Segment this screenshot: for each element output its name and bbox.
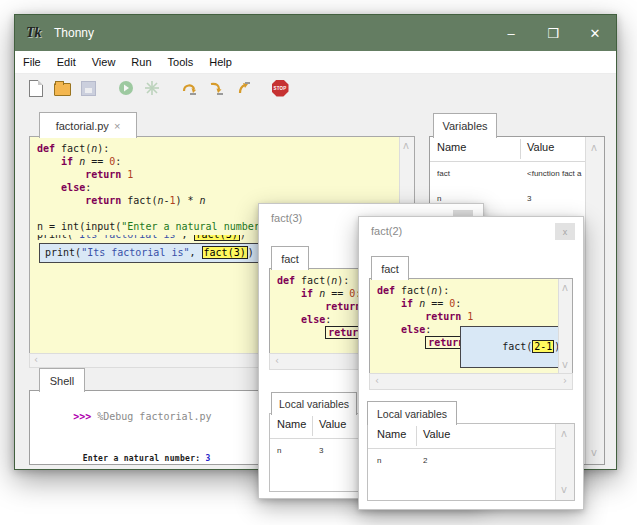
maximize-button[interactable]: ❒ <box>532 15 574 51</box>
step-out-button[interactable] <box>231 77 253 99</box>
frame2-title: fact(2) <box>371 225 402 237</box>
frame2-locals-scrollbar[interactable]: ᴧ ᴠ <box>555 424 574 500</box>
var-value: 3 <box>527 194 587 203</box>
shell-tab-label: Shell <box>50 375 74 387</box>
scroll-up-icon[interactable]: ᴧ <box>591 143 597 153</box>
close-button[interactable]: ✕ <box>574 15 616 51</box>
variables-table-header: Name Value <box>430 137 604 162</box>
var-name: fact <box>437 169 515 178</box>
open-folder-icon <box>54 83 71 96</box>
program-output: Enter a natural number: <box>83 454 206 463</box>
column-value[interactable]: Value <box>423 428 450 440</box>
menu-view[interactable]: View <box>84 51 124 73</box>
scroll-up-icon[interactable]: ᴧ <box>562 283 568 293</box>
scroll-up-icon[interactable]: ᴧ <box>561 429 567 439</box>
menu-bar: File Edit View Run Tools Help <box>15 51 616 74</box>
frame2-close-button[interactable]: x <box>555 223 575 240</box>
scroll-left-icon[interactable]: ‹ <box>34 355 38 365</box>
scroll-right-icon[interactable]: › <box>563 376 567 386</box>
menu-tools[interactable]: Tools <box>160 51 202 73</box>
open-file-button[interactable] <box>51 77 73 99</box>
title-bar: Tk Thonny – ❒ ✕ <box>15 15 616 51</box>
column-name[interactable]: Name <box>377 428 406 440</box>
scroll-down-icon[interactable]: ᴠ <box>561 485 567 495</box>
frame2-active-expression-box: fact(2-1) * n <box>460 326 573 368</box>
save-file-button[interactable] <box>77 77 99 99</box>
variables-tab-label: Variables <box>442 120 487 132</box>
var-name: n <box>437 194 515 203</box>
save-icon <box>81 81 96 96</box>
frame2-locals-header: Name Value <box>368 424 574 449</box>
scroll-left-icon[interactable]: ‹ <box>375 376 379 386</box>
frame3-tab-fact[interactable]: fact <box>271 246 309 270</box>
menu-run[interactable]: Run <box>123 51 159 73</box>
shell-prompt: >>> <box>73 411 97 422</box>
frame2-code-scrollbar[interactable]: ᴧ ᴠ <box>558 279 572 374</box>
frame2-horizontal-scrollbar[interactable]: ‹ › <box>369 373 573 390</box>
thonny-app-icon: Tk <box>26 24 46 42</box>
var-name: n <box>377 456 411 465</box>
stop-button[interactable]: STOP <box>269 77 291 99</box>
frame3-title: fact(3) <box>271 212 302 224</box>
debug-script-button[interactable] <box>141 77 163 99</box>
active-statement-box: print("Its factorial is", fact(3)) <box>39 243 260 263</box>
scroll-down-icon[interactable]: ᴠ <box>591 448 597 458</box>
user-input: 3 <box>206 454 211 463</box>
frame3-locals-label: Local variables <box>279 398 349 410</box>
step-over-button[interactable] <box>179 77 201 99</box>
new-file-button[interactable] <box>25 77 47 99</box>
frame2-locals-label: Local variables <box>377 408 447 420</box>
var-value: 2 <box>423 456 483 465</box>
run-script-button[interactable] <box>115 77 137 99</box>
frame-window-fact2: fact(2) x fact def fact(n): if n == 0: r… <box>358 216 584 510</box>
debug-icon <box>144 80 160 96</box>
menu-edit[interactable]: Edit <box>49 51 84 73</box>
run-icon <box>118 80 134 96</box>
step-into-icon <box>207 80 225 96</box>
scroll-left-icon[interactable]: ‹ <box>275 356 279 366</box>
new-file-icon <box>29 80 43 97</box>
tab-variables[interactable]: Variables <box>433 113 497 138</box>
column-value[interactable]: Value <box>527 141 554 153</box>
menu-help[interactable]: Help <box>201 51 240 73</box>
window-title: Thonny <box>54 26 94 40</box>
minimize-button[interactable]: – <box>490 15 532 51</box>
frame2-code-view[interactable]: def fact(n): if n == 0: return 1 else: r… <box>369 278 573 375</box>
tab-close-icon[interactable]: × <box>114 120 120 132</box>
frame2-tab-fact[interactable]: fact <box>371 256 409 280</box>
toolbar: STOP <box>15 74 616 102</box>
scroll-up-icon[interactable]: ᴧ <box>403 141 409 151</box>
tab-factorial-py[interactable]: factorial.py × <box>39 112 137 138</box>
step-out-icon <box>233 80 251 96</box>
column-value[interactable]: Value <box>319 418 346 430</box>
close-x-icon: x <box>563 227 568 237</box>
stop-icon: STOP <box>272 80 289 97</box>
menu-file[interactable]: File <box>15 51 49 73</box>
frame2-tab-label: fact <box>381 263 399 275</box>
scroll-down-icon[interactable]: ᴠ <box>562 360 568 370</box>
frame2-locals-table: Name Value n 2 ᴧ ᴠ <box>367 423 575 501</box>
step-into-button[interactable] <box>205 77 227 99</box>
column-name[interactable]: Name <box>437 141 466 153</box>
var-value: <function fact a <box>527 169 587 178</box>
tab-shell[interactable]: Shell <box>39 368 85 392</box>
variables-scrollbar[interactable]: ᴧ ᴠ <box>585 137 604 464</box>
frame3-tab-label: fact <box>281 253 299 265</box>
column-name[interactable]: Name <box>277 418 306 430</box>
var-name: n <box>277 446 309 455</box>
step-over-icon <box>181 80 199 96</box>
shell-command: %Debug factorial.py <box>97 411 211 422</box>
editor-tab-label: factorial.py <box>56 120 109 132</box>
frame2-tab-local-variables[interactable]: Local variables <box>367 401 457 425</box>
frame3-tab-local-variables[interactable]: Local variables <box>271 392 357 415</box>
